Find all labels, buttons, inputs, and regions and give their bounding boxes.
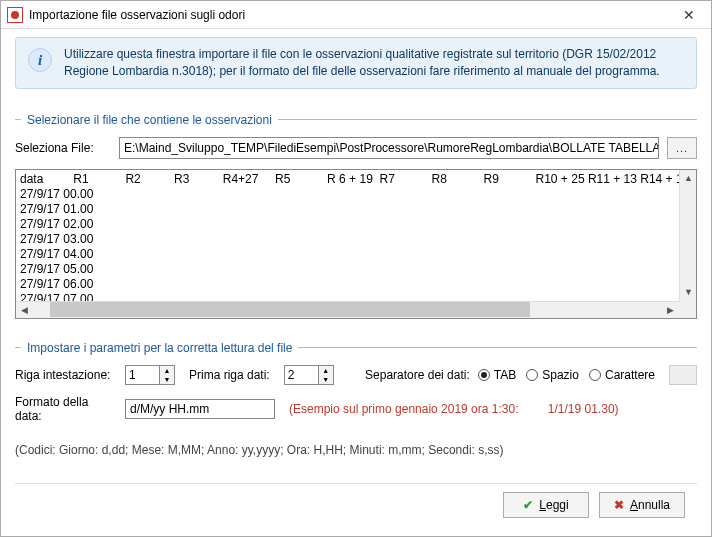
dialog-footer: ✔ Leggi ✖ Annulla (15, 483, 697, 526)
spin-down-icon[interactable]: ▼ (319, 375, 333, 384)
read-button[interactable]: ✔ Leggi (503, 492, 589, 518)
cancel-button[interactable]: ✖ Annulla (599, 492, 685, 518)
preview-row: 27/9/17 05.00 (20, 262, 93, 276)
check-icon: ✔ (523, 498, 533, 512)
radio-icon (589, 369, 601, 381)
separator-group: Separatore dei dati: TAB Spazio Caratter… (365, 365, 697, 385)
dialog-window: Importazione file osservazioni sugli odo… (0, 0, 712, 537)
vertical-scrollbar[interactable]: ▲ ▼ (679, 170, 696, 301)
separator-char-input[interactable] (669, 365, 697, 385)
params-row-1: Riga intestazione: ▲▼ Prima riga dati: ▲… (15, 365, 697, 385)
preview-row: 27/9/17 03.00 (20, 232, 93, 246)
preview-text[interactable]: data R1 R2 R3 R4+27 R5 R 6 + 19 R7 R8 R9… (16, 170, 696, 318)
preview-row: 27/9/17 00.00 (20, 187, 93, 201)
section-params-title: Impostare i parametri per la corretta le… (15, 341, 697, 355)
spin-up-icon[interactable]: ▲ (319, 366, 333, 375)
date-example: (Esempio sul primo gennaio 2019 ora 1:30… (289, 402, 619, 416)
file-path-input[interactable]: E:\Maind_Sviluppo_TEMP\FilediEsempi\Post… (119, 137, 659, 159)
header-row-spinner[interactable]: ▲▼ (125, 365, 175, 385)
date-format-label: Formato della data: (15, 395, 111, 423)
first-data-label: Prima riga dati: (189, 368, 270, 382)
date-format-input[interactable]: d/M/yy HH.mm (125, 399, 275, 419)
format-codes-hint: (Codici: Giorno: d,dd; Mese: M,MM; Anno:… (15, 443, 697, 457)
x-icon: ✖ (614, 498, 624, 512)
horizontal-scrollbar[interactable]: ◀ ▶ (16, 301, 679, 318)
info-icon: i (28, 48, 52, 72)
spin-down-icon[interactable]: ▼ (160, 375, 174, 384)
header-row-input[interactable] (125, 365, 159, 385)
info-banner: i Utilizzare questa finestra importare i… (15, 37, 697, 89)
separator-radio-space[interactable]: Spazio (526, 368, 579, 382)
separator-radio-tab[interactable]: TAB (478, 368, 516, 382)
first-data-spinner[interactable]: ▲▼ (284, 365, 334, 385)
first-data-input[interactable] (284, 365, 318, 385)
preview-row: 27/9/17 04.00 (20, 247, 93, 261)
browse-button[interactable]: ... (667, 137, 697, 159)
file-row: Seleziona File: E:\Maind_Sviluppo_TEMP\F… (15, 137, 697, 159)
radio-icon (526, 369, 538, 381)
file-preview: data R1 R2 R3 R4+27 R5 R 6 + 19 R7 R8 R9… (15, 169, 697, 319)
separator-radio-char[interactable]: Carattere (589, 368, 655, 382)
header-row-label: Riga intestazione: (15, 368, 111, 382)
scroll-right-icon[interactable]: ▶ (662, 301, 679, 318)
params-area: Riga intestazione: ▲▼ Prima riga dati: ▲… (15, 365, 697, 457)
titlebar: Importazione file osservazioni sugli odo… (1, 1, 711, 29)
scroll-thumb[interactable] (50, 302, 530, 317)
params-row-2: Formato della data: d/M/yy HH.mm (Esempi… (15, 395, 697, 423)
app-icon (7, 7, 23, 23)
preview-row: 27/9/17 06.00 (20, 277, 93, 291)
section-select-title: Selezionare il file che contiene le osse… (15, 113, 697, 127)
preview-header: data R1 R2 R3 R4+27 R5 R 6 + 19 R7 R8 R9… (20, 172, 696, 186)
radio-icon (478, 369, 490, 381)
preview-row: 27/9/17 02.00 (20, 217, 93, 231)
scroll-up-icon[interactable]: ▲ (680, 170, 697, 187)
separator-label: Separatore dei dati: (365, 368, 470, 382)
spin-up-icon[interactable]: ▲ (160, 366, 174, 375)
preview-row: 27/9/17 01.00 (20, 202, 93, 216)
close-button[interactable]: ✕ (667, 1, 711, 29)
scroll-left-icon[interactable]: ◀ (16, 301, 33, 318)
content-area: i Utilizzare questa finestra importare i… (1, 29, 711, 536)
info-text: Utilizzare questa finestra importare il … (64, 46, 684, 80)
window-title: Importazione file osservazioni sugli odo… (29, 8, 667, 22)
scroll-corner (679, 301, 696, 318)
scroll-down-icon[interactable]: ▼ (680, 284, 697, 301)
file-label: Seleziona File: (15, 141, 111, 155)
